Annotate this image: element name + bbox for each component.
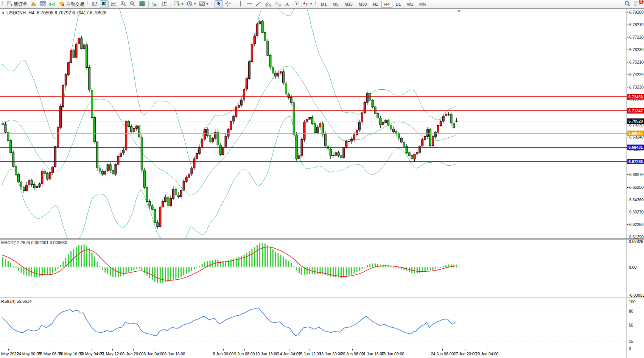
bar-chart-button[interactable] [90,0,99,8]
vertical-line-tool[interactable] [236,0,244,8]
dropdown-caret [194,3,196,5]
signal-icon [49,1,56,8]
market-button[interactable] [29,0,38,8]
macd-histogram-bar [244,255,245,267]
macd-histogram-bar [68,254,69,267]
equidistant-channel-tool[interactable]: E [263,0,272,8]
price-tick-label: 6.64260 [629,198,644,202]
rsi-label: RSI(14) 55.6634 [1,299,32,304]
macd-histogram-bar [180,267,182,277]
toolbar-grip[interactable] [211,1,213,7]
horizontal-line-tool[interactable] [245,0,254,8]
line-chart-button[interactable] [109,0,118,8]
toolbar-grip[interactable] [315,1,317,7]
timeframe-MN[interactable]: MN [417,1,428,8]
gold-ingot-icon [30,1,37,8]
price-tick-label: 6.75210 [629,60,644,64]
macd-histogram-bar [220,261,221,267]
chart-shift-marker[interactable] [457,10,461,12]
crosshair-tool-button[interactable] [224,0,232,8]
toolbar-grip[interactable] [87,1,89,7]
svg-text:E: E [269,4,271,7]
templates-button[interactable] [198,0,210,8]
timeframe-H1[interactable]: H1 [370,1,381,8]
arrows-icon [303,1,309,8]
signals-button[interactable] [48,0,57,8]
auto-scroll-icon [152,1,158,8]
periods-button[interactable] [185,0,197,8]
macd-histogram-bar [160,267,161,283]
candlestick-icon [101,1,107,8]
panel-splitter[interactable] [0,238,644,240]
time-tick-mark [112,349,113,350]
autotrading-button[interactable]: 自动交易 [58,0,86,8]
macd-histogram-bar [440,267,441,268]
macd-histogram-bar [356,267,358,272]
macd-histogram-bar [178,267,179,278]
price-line-badge: 6.72458 [627,94,644,100]
zoom-out-button[interactable] [128,0,137,8]
new-order-button[interactable]: 新订单 [5,0,28,8]
time-tick-mark [223,349,224,350]
search-icon[interactable] [624,0,631,9]
auto-scroll-button[interactable] [151,0,159,8]
macd-label: MACD(12,26,9) 0.002001 0.000650 [1,240,67,245]
text-label-tool[interactable]: T [292,0,301,8]
price-line-badge: 6.71347 [627,108,644,114]
macd-histogram-bar [435,267,436,269]
time-tick-mark [175,349,175,350]
chart-title-collapse-icon[interactable]: ▼ [2,11,5,15]
time-tick-mark [50,349,50,350]
macd-histogram-bar [259,243,260,268]
macd-histogram-bar [443,266,444,267]
macd-histogram-bar [26,267,27,276]
macd-histogram-bar [141,267,142,271]
crosshair-icon [225,1,231,8]
price-axis[interactable]: 6.792006.782106.772206.762306.752106.742… [627,9,644,358]
arrows-tool[interactable] [302,0,313,8]
chart-shift-button[interactable] [160,0,169,8]
text-tool[interactable]: A [283,0,291,8]
macd-histogram-bar [414,267,415,273]
zoom-in-button[interactable] [119,0,128,8]
timeframe-W1[interactable]: W1 [404,1,416,8]
toolbar: 新订单 自动交易 [0,0,644,9]
time-tick-label: 10 Jun 16:00 [255,352,278,356]
macd-histogram-bar [262,243,263,267]
macd-histogram-bar [296,267,297,270]
rsi-line [2,308,456,336]
macd-panel[interactable] [0,240,627,297]
macd-histogram-bar [425,267,426,271]
timeframe-D1[interactable]: D1 [393,1,404,8]
macd-histogram-bar [99,266,100,267]
timeframe-M5[interactable]: M5 [330,1,341,8]
chat-button[interactable]: 1 [634,0,641,9]
timeframe-M15[interactable]: M15 [342,1,355,8]
price-tick-label: 6.63270 [629,210,644,214]
timeframe-M30[interactable]: M30 [356,1,369,8]
rsi-panel[interactable] [0,298,627,349]
timeframe-M1[interactable]: M1 [318,1,329,8]
svg-text:T: T [295,2,298,6]
tile-windows-icon [139,1,145,8]
main-price-chart[interactable] [0,9,627,238]
toolbar-grip[interactable] [2,1,4,7]
macd-histogram-bar [138,267,140,269]
clock-icon [187,1,193,8]
panel-splitter[interactable] [0,297,644,298]
toolbar-right: 1 [624,0,641,9]
new-chart-button[interactable] [39,0,47,8]
tile-windows-button[interactable] [138,0,146,8]
cursor-tool-button[interactable] [215,0,223,8]
candlestick-chart-button[interactable] [100,0,109,8]
chart-symbol-period: USDCNH-,H4 [6,10,34,16]
indicators-button[interactable] [173,0,185,8]
time-tick-mark [133,349,134,350]
timeframe-H4[interactable]: H4 [381,1,392,8]
price-tick-label: 6.78210 [629,22,644,27]
fibonacci-tool[interactable]: F [273,0,282,8]
macd-histogram-bar [317,267,318,274]
macd-histogram-bar [10,263,11,267]
trendline-tool[interactable] [254,0,263,8]
time-axis[interactable]: 0 May 202224 May 00:0025 May 08:0026 May… [0,349,627,358]
